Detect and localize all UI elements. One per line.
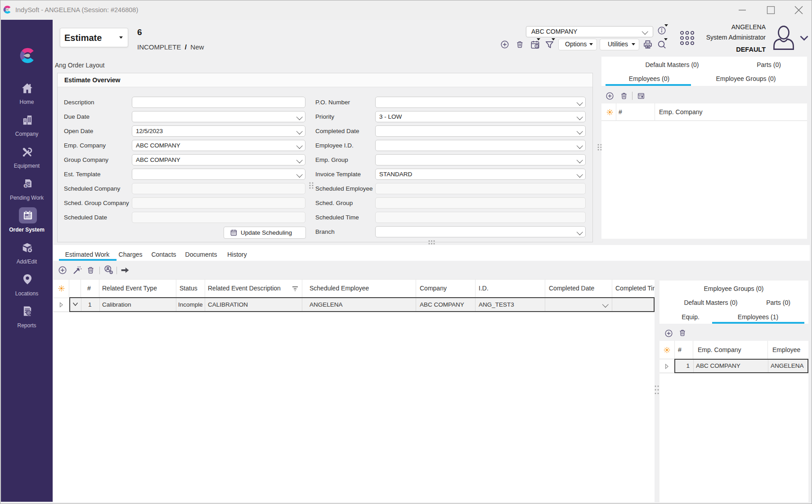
svg-text:$: $: [25, 184, 27, 188]
